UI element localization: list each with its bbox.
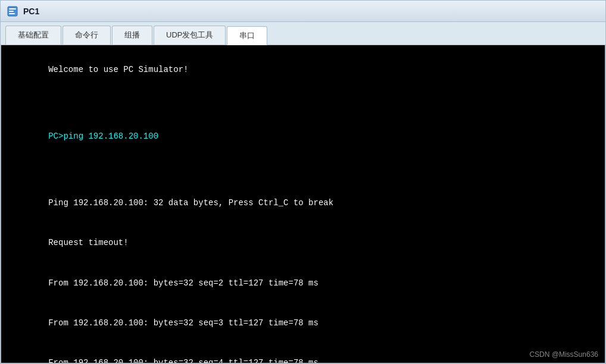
terminal-line-2: PC>ping 192.168.20.100 <box>48 131 158 141</box>
window-title: PC1 <box>23 7 39 16</box>
terminal-line-3: Ping 192.168.20.100: 32 data bytes, Pres… <box>48 198 333 208</box>
terminal-line-7: From 192.168.20.100: bytes=32 seq=4 ttl=… <box>48 358 318 363</box>
terminal-line-6: From 192.168.20.100: bytes=32 seq=3 ttl=… <box>48 318 318 328</box>
tab-multicast[interactable]: 组播 <box>112 26 152 45</box>
terminal-line-1: Welcome to use PC Simulator! <box>48 65 188 74</box>
terminal-line-4: Request timeout! <box>48 238 128 247</box>
window-icon <box>7 5 18 17</box>
terminal-output: Welcome to use PC Simulator! PC>ping 192… <box>8 50 598 363</box>
tab-command-line[interactable]: 命令行 <box>63 26 111 45</box>
main-window: PC1 基础配置 命令行 组播 UDP发包工具 串口 Welcome to us… <box>0 0 606 364</box>
tab-serial[interactable]: 串口 <box>227 26 267 45</box>
svg-rect-2 <box>9 11 14 12</box>
watermark: CSDN @MissSun636 <box>529 350 598 359</box>
content-wrapper: 基础配置 命令行 组播 UDP发包工具 串口 Welcome to use PC… <box>1 22 605 363</box>
svg-rect-3 <box>9 13 15 14</box>
tab-bar: 基础配置 命令行 组播 UDP发包工具 串口 <box>1 22 605 45</box>
title-bar: PC1 <box>1 1 605 22</box>
tab-udp-tool[interactable]: UDP发包工具 <box>154 26 226 45</box>
tab-basic-config[interactable]: 基础配置 <box>5 26 61 45</box>
terminal-area[interactable]: Welcome to use PC Simulator! PC>ping 192… <box>1 45 605 363</box>
svg-rect-1 <box>9 8 16 10</box>
terminal-line-5: From 192.168.20.100: bytes=32 seq=2 ttl=… <box>48 278 318 288</box>
